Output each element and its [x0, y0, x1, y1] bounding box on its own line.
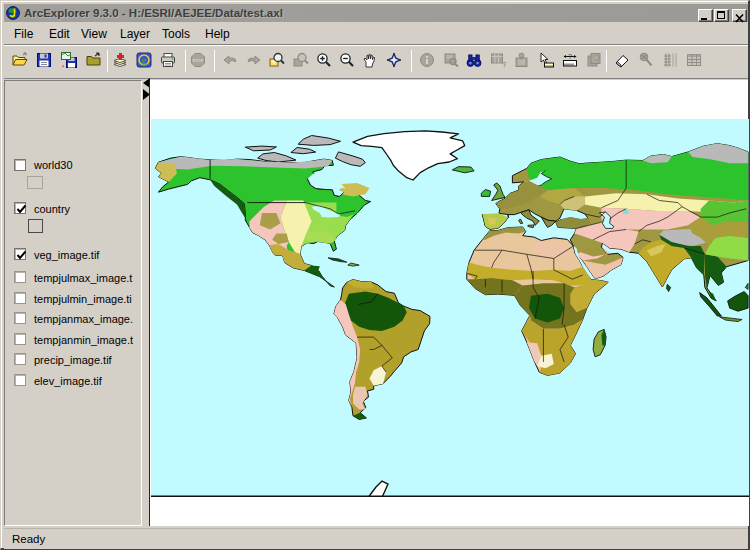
svg-text:?: ? [568, 53, 572, 60]
svg-text:STOP: STOP [192, 58, 204, 63]
svg-text:?: ? [502, 60, 506, 69]
svg-text:g: g [142, 55, 147, 66]
